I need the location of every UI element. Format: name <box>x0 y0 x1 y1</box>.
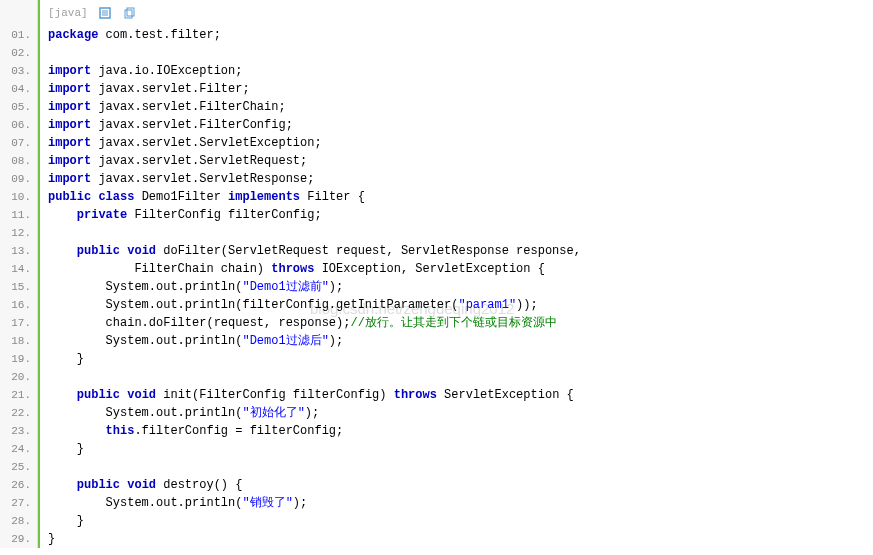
keyword: void <box>127 244 156 258</box>
code-toolbar: [java] <box>40 0 873 26</box>
keyword: public <box>77 388 120 402</box>
string-literal: "销毁了" <box>242 496 292 510</box>
code-text <box>48 388 77 402</box>
code-line: this.filterConfig = filterConfig; <box>48 422 873 440</box>
code-text: chain.doFilter(request, response); <box>48 316 350 330</box>
code-line: package com.test.filter; <box>48 26 873 44</box>
keyword: class <box>98 190 134 204</box>
line-number: 09. <box>0 170 37 188</box>
code-line: } <box>48 440 873 458</box>
keyword: import <box>48 172 91 186</box>
svg-rect-5 <box>127 8 134 16</box>
code-line <box>48 44 873 62</box>
keyword: private <box>77 208 127 222</box>
line-number: 01. <box>0 26 37 44</box>
code-text: javax.servlet.ServletRequest; <box>91 154 307 168</box>
line-number: 04. <box>0 80 37 98</box>
code-text: java.io.IOException; <box>91 64 242 78</box>
code-line: public void destroy() { <box>48 476 873 494</box>
line-number: 16. <box>0 296 37 314</box>
line-number: 18. <box>0 332 37 350</box>
code-line <box>48 224 873 242</box>
code-text: Filter { <box>300 190 365 204</box>
code-line: import javax.servlet.ServletRequest; <box>48 152 873 170</box>
code-line: import javax.servlet.ServletResponse; <box>48 170 873 188</box>
keyword: import <box>48 118 91 132</box>
keyword: public <box>77 244 120 258</box>
code-text: } <box>48 442 84 456</box>
code-line: System.out.println("Demo1过滤前"); <box>48 278 873 296</box>
code-line: import javax.servlet.ServletException; <box>48 134 873 152</box>
code-text <box>48 208 77 222</box>
code-text: IOException, ServletException { <box>314 262 544 276</box>
code-text: System.out.println( <box>48 406 242 420</box>
line-number: 06. <box>0 116 37 134</box>
comment: //放行。让其走到下个链或目标资源中 <box>350 316 556 330</box>
code-line: FilterChain chain) throws IOException, S… <box>48 260 873 278</box>
code-line: chain.doFilter(request, response);//放行。让… <box>48 314 873 332</box>
code-text: FilterChain chain) <box>48 262 271 276</box>
code-text: javax.servlet.ServletResponse; <box>91 172 314 186</box>
view-plain-icon[interactable] <box>98 6 112 20</box>
string-literal: "初始化了" <box>242 406 304 420</box>
code-line: import javax.servlet.FilterChain; <box>48 98 873 116</box>
line-number: 15. <box>0 278 37 296</box>
code-line: } <box>48 530 873 548</box>
line-number: 19. <box>0 350 37 368</box>
line-number: 07. <box>0 134 37 152</box>
code-line: private FilterConfig filterConfig; <box>48 206 873 224</box>
code-text: ); <box>305 406 319 420</box>
keyword: void <box>127 478 156 492</box>
line-number: 27. <box>0 494 37 512</box>
code-text: System.out.println( <box>48 334 242 348</box>
keyword: public <box>77 478 120 492</box>
keyword: this <box>106 424 135 438</box>
line-number: 17. <box>0 314 37 332</box>
keyword: import <box>48 154 91 168</box>
code-line: import javax.servlet.FilterConfig; <box>48 116 873 134</box>
line-number: 26. <box>0 476 37 494</box>
code-line: System.out.println("Demo1过滤后"); <box>48 332 873 350</box>
line-number: 10. <box>0 188 37 206</box>
code-line: } <box>48 350 873 368</box>
code-line: System.out.println(filterConfig.getInitP… <box>48 296 873 314</box>
line-number: 03. <box>0 62 37 80</box>
code-text: javax.servlet.Filter; <box>91 82 249 96</box>
code-lines: package com.test.filter; import java.io.… <box>40 26 873 548</box>
line-number: 24. <box>0 440 37 458</box>
code-block: 01. 02. 03. 04. 05. 06. 07. 08. 09. 10. … <box>0 0 873 548</box>
code-text: javax.servlet.FilterConfig; <box>91 118 293 132</box>
keyword: import <box>48 100 91 114</box>
string-literal: "param1" <box>458 298 516 312</box>
code-line: } <box>48 512 873 530</box>
code-line: public void init(FilterConfig filterConf… <box>48 386 873 404</box>
keyword: implements <box>228 190 300 204</box>
code-text: System.out.println( <box>48 280 242 294</box>
code-text: } <box>48 352 84 366</box>
line-number: 21. <box>0 386 37 404</box>
line-number: 20. <box>0 368 37 386</box>
svg-rect-4 <box>125 10 132 18</box>
line-number: 05. <box>0 98 37 116</box>
line-number: 13. <box>0 242 37 260</box>
line-number: 25. <box>0 458 37 476</box>
code-text: System.out.println( <box>48 496 242 510</box>
code-text <box>48 424 106 438</box>
code-text: com.test.filter; <box>98 28 220 42</box>
code-text: Demo1Filter <box>134 190 228 204</box>
keyword: throws <box>271 262 314 276</box>
string-literal: "Demo1过滤前" <box>242 280 328 294</box>
string-literal: "Demo1过滤后" <box>242 334 328 348</box>
code-text <box>48 478 77 492</box>
line-number: 28. <box>0 512 37 530</box>
code-line <box>48 458 873 476</box>
code-line: System.out.println("初始化了"); <box>48 404 873 422</box>
code-text: javax.servlet.FilterChain; <box>91 100 285 114</box>
keyword: public <box>48 190 91 204</box>
code-text: .filterConfig = filterConfig; <box>134 424 343 438</box>
code-text: ); <box>329 280 343 294</box>
code-line: public void doFilter(ServletRequest requ… <box>48 242 873 260</box>
line-number: 29. <box>0 530 37 548</box>
code-line: System.out.println("销毁了"); <box>48 494 873 512</box>
copy-icon[interactable] <box>122 6 136 20</box>
